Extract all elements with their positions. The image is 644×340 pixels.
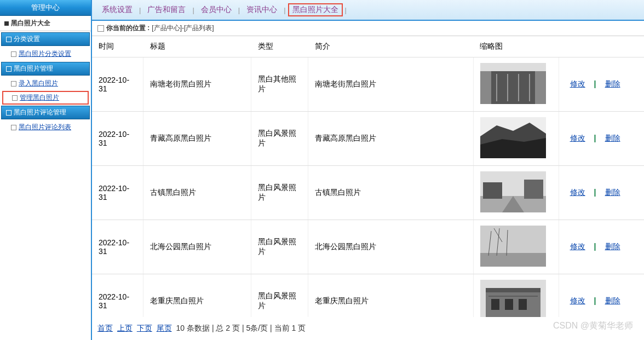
cell-actions: 修改|删除	[559, 220, 644, 274]
delete-link[interactable]: 删除	[601, 188, 625, 197]
action-separator: |	[590, 134, 601, 142]
table-row: 2022-10-31北海公园黑白照片黑白风景照片北海公园黑白照片修改|删除	[92, 220, 644, 274]
col-header-title: 标题	[143, 36, 251, 57]
col-header-intro: 简介	[308, 36, 473, 57]
cell-intro: 青藏高原黑白照片	[308, 112, 473, 166]
delete-link[interactable]: 删除	[601, 79, 625, 88]
top-nav-separator: |	[345, 6, 347, 14]
edit-link[interactable]: 修改	[566, 79, 590, 88]
sidebar-item[interactable]: 管理黑白照片	[2, 91, 89, 105]
edit-link[interactable]: 修改	[566, 296, 590, 305]
cell-time: 2022-10-31	[92, 274, 143, 318]
svg-rect-16	[480, 253, 546, 267]
page-info: 10 条数据 | 总 2 页 | 5条/页 | 当前 1 页	[176, 324, 306, 332]
table-row: 2022-10-31古镇黑白照片黑白风景照片古镇黑白照片修改|删除	[92, 166, 644, 220]
cell-thumb	[473, 112, 559, 166]
table-row: 2022-10-31老重庆黑白照片黑白风景照片老重庆黑白照片修改|删除	[92, 274, 644, 318]
cell-time: 2022-10-31	[92, 57, 143, 112]
cell-actions: 修改|删除	[559, 57, 644, 112]
top-nav-separator: |	[284, 6, 285, 14]
action-separator: |	[590, 79, 601, 88]
col-header-time: 时间	[92, 36, 143, 57]
edit-link[interactable]: 修改	[566, 134, 590, 142]
thumbnail-image	[480, 117, 546, 158]
page-prev[interactable]: 上页	[117, 324, 133, 332]
product-table: 时间 标题 类型 简介 缩略图 2022-10-31南塘老街黑白照片黑白其他照片…	[92, 36, 644, 317]
table-row: 2022-10-31南塘老街黑白照片黑白其他照片南塘老街黑白照片修改|删除	[92, 57, 644, 112]
svg-rect-13	[524, 180, 543, 199]
cell-thumb	[473, 220, 559, 274]
cell-thumb	[473, 166, 559, 220]
top-nav-separator: |	[238, 6, 240, 14]
svg-rect-12	[483, 182, 502, 199]
top-nav-separator: |	[139, 6, 141, 14]
top-nav-item[interactable]: 会员中心	[197, 4, 236, 16]
page-first[interactable]: 首页	[97, 324, 113, 332]
cell-intro: 南塘老街黑白照片	[308, 57, 473, 112]
cell-title: 南塘老街黑白照片	[143, 57, 251, 112]
sidebar-item[interactable]: 录入黑白照片	[0, 77, 91, 90]
thumbnail-image	[480, 63, 546, 104]
svg-rect-25	[505, 299, 513, 310]
cell-title: 老重庆黑白照片	[143, 274, 251, 318]
table-row: 2022-10-31青藏高原黑白照片黑白风景照片青藏高原黑白照片修改|删除	[92, 112, 644, 166]
svg-rect-26	[519, 299, 527, 310]
delete-link[interactable]: 删除	[601, 134, 625, 142]
col-header-type: 类型	[251, 36, 308, 57]
section-header[interactable]: 黑白照片管理	[1, 62, 90, 76]
page-last[interactable]: 尾页	[157, 324, 172, 332]
delete-link[interactable]: 删除	[601, 242, 625, 251]
cell-type: 黑白风景照片	[251, 166, 308, 220]
top-nav: 系统设置|广告和留言|会员中心|资讯中心|黑白照片大全|	[92, 0, 644, 21]
section-header[interactable]: 黑白照片评论管理	[1, 106, 90, 119]
cell-type: 黑白风景照片	[251, 112, 308, 166]
action-separator: |	[590, 242, 601, 251]
cell-type: 黑白其他照片	[251, 57, 308, 112]
breadcrumb-prefix: 你当前的位置 :	[106, 24, 150, 33]
cell-title: 北海公园黑白照片	[143, 220, 251, 274]
cell-time: 2022-10-31	[92, 220, 143, 274]
sidebar-item[interactable]: 黑白照片评论列表	[0, 120, 91, 134]
sidebar-item-link[interactable]: 录入黑白照片	[19, 79, 58, 88]
svg-rect-2	[491, 71, 535, 104]
cell-intro: 北海公园黑白照片	[308, 220, 473, 274]
sidebar-item-link[interactable]: 黑白照片分类设置	[19, 49, 71, 59]
thumbnail-image	[480, 226, 546, 267]
svg-rect-1	[480, 63, 546, 71]
col-header-thumb: 缩略图	[473, 36, 559, 57]
cell-intro: 古镇黑白照片	[308, 166, 473, 220]
sidebar: 管理中心 黑白照片大全 分类设置黑白照片分类设置黑白照片管理录入黑白照片管理黑白…	[0, 0, 92, 340]
cell-actions: 修改|删除	[559, 166, 644, 220]
cell-actions: 修改|删除	[559, 274, 644, 318]
cell-time: 2022-10-31	[92, 166, 143, 220]
page-next[interactable]: 下页	[137, 324, 152, 332]
svg-rect-24	[491, 299, 499, 310]
cell-intro: 老重庆黑白照片	[308, 274, 473, 318]
table-wrapper: 时间 标题 类型 简介 缩略图 2022-10-31南塘老街黑白照片黑白其他照片…	[92, 36, 644, 317]
top-nav-item[interactable]: 资讯中心	[242, 4, 281, 16]
sidebar-item-link[interactable]: 黑白照片评论列表	[19, 123, 71, 132]
breadcrumb: 你当前的位置 : [产品中心]-[产品列表]	[92, 21, 644, 36]
cell-type: 黑白风景照片	[251, 220, 308, 274]
cell-thumb	[473, 57, 559, 112]
thumbnail-image	[480, 171, 546, 212]
cell-title: 青藏高原黑白照片	[143, 112, 251, 166]
top-nav-separator: |	[192, 6, 194, 14]
sidebar-header: 管理中心	[0, 0, 91, 16]
breadcrumb-path: [产品中心]-[产品列表]	[152, 24, 214, 33]
sidebar-item-link[interactable]: 管理黑白照片	[20, 93, 59, 102]
section-header[interactable]: 分类设置	[1, 32, 90, 46]
delete-link[interactable]: 删除	[601, 296, 625, 305]
action-separator: |	[590, 188, 601, 197]
edit-link[interactable]: 修改	[566, 242, 590, 251]
top-nav-item[interactable]: 黑白照片大全	[288, 3, 343, 16]
pagination: 首页 上页 下页 尾页 10 条数据 | 总 2 页 | 5条/页 | 当前 1…	[92, 317, 644, 340]
sidebar-item[interactable]: 黑白照片分类设置	[0, 47, 91, 61]
cell-thumb	[473, 274, 559, 318]
col-header-actions	[559, 36, 644, 57]
sidebar-title: 黑白照片大全	[0, 16, 91, 31]
top-nav-item[interactable]: 广告和留言	[143, 4, 190, 16]
cell-time: 2022-10-31	[92, 112, 143, 166]
edit-link[interactable]: 修改	[566, 188, 590, 197]
top-nav-item[interactable]: 系统设置	[97, 4, 137, 16]
